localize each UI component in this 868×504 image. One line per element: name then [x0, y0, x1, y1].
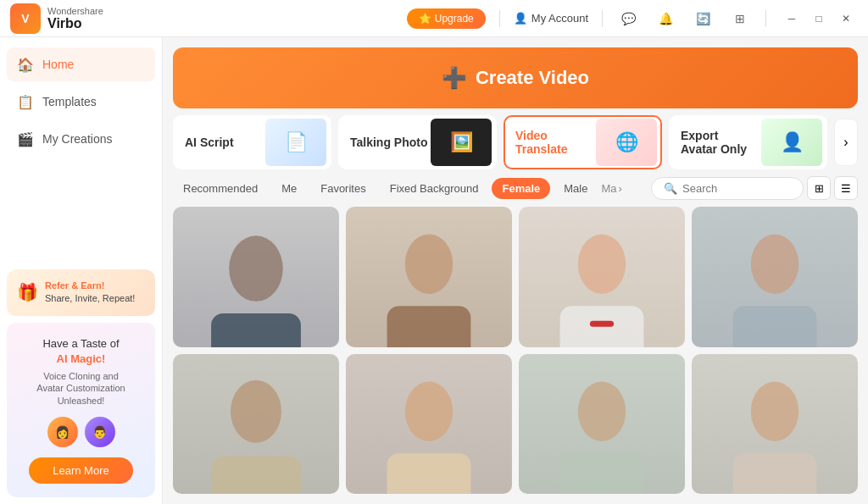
filter-fixed-background[interactable]: Fixed Background [380, 178, 489, 199]
ai-magic-label: AI Magic! [57, 352, 106, 365]
avatar-card-harper[interactable]: Harper-Promotion [692, 207, 858, 347]
create-video-banner[interactable]: ➕ Create Video [173, 47, 858, 108]
svg-point-11 [405, 381, 453, 441]
ai-script-thumbnail: 📄 [265, 119, 326, 166]
filter-favorites[interactable]: Favorites [310, 178, 376, 199]
avatar-image-5 [173, 354, 339, 495]
avatar-card-8[interactable] [692, 354, 858, 495]
my-account-button[interactable]: 👤 My Account [514, 12, 588, 25]
svg-point-0 [229, 235, 283, 302]
ai-script-label: AI Script [185, 136, 234, 149]
promo-ai-subtitle: Voice Cloning andAvatar Customization Un… [20, 370, 142, 407]
user-icon: 👤 [514, 12, 527, 25]
avatar-image-8 [692, 354, 858, 495]
templates-icon: 📋 [17, 93, 34, 110]
filter-view-icons: ⊞ ☰ [807, 176, 858, 200]
export-avatar-thumbnail: 👤 [761, 119, 822, 166]
sidebar-item-my-creations[interactable]: 🎬 My Creations [7, 122, 155, 156]
promo-avatar-1: 👩 [47, 417, 78, 447]
sidebar-nav: 🏠 Home 📋 Templates 🎬 My Creations [0, 37, 162, 263]
learn-more-button[interactable]: Learn More [29, 457, 132, 484]
avatar-card-brandt[interactable]: Brandt-Casual [173, 207, 339, 347]
export-avatar-thumb: 👤 [758, 117, 826, 168]
person-svg-elena [354, 229, 504, 346]
talking-photo-thumbnail: 🖼️ [431, 119, 492, 166]
app-branding: V Wondershare Virbo [10, 3, 103, 34]
maximize-button[interactable]: □ [807, 7, 831, 30]
video-translate-thumb: 🌐 [593, 117, 660, 168]
refer-subtitle: Share, Invite, Repeat! [45, 293, 135, 303]
sidebar-item-templates[interactable]: 📋 Templates [7, 85, 155, 119]
avatar-card-ruby[interactable]: Ruby-Games [519, 207, 685, 347]
bell-icon[interactable]: 🔔 [654, 7, 677, 30]
view-grid-button[interactable]: ⊞ [807, 176, 831, 200]
search-input[interactable] [682, 182, 791, 195]
sidebar-item-home[interactable]: 🏠 Home [7, 47, 155, 81]
svg-point-9 [231, 379, 281, 442]
video-translate-label: VideoTranslate [515, 129, 567, 156]
avatar-card-7[interactable] [519, 354, 685, 495]
main-layout: 🏠 Home 📋 Templates 🎬 My Creations 🎁 Refe… [0, 37, 868, 504]
svg-rect-3 [387, 306, 471, 346]
svg-rect-8 [733, 306, 817, 346]
close-button[interactable]: ✕ [834, 7, 858, 30]
filter-me[interactable]: Me [271, 178, 307, 199]
refresh-icon[interactable]: 🔄 [691, 7, 715, 30]
minimize-button[interactable]: ─ [780, 7, 804, 30]
app-product-label: Virbo [47, 16, 103, 31]
feature-tab-video-translate[interactable]: VideoTranslate 🌐 [504, 115, 662, 169]
create-icon: ➕ [442, 66, 467, 90]
feature-tab-ai-script[interactable]: AI Script 📄 [173, 115, 331, 169]
svg-point-13 [578, 381, 626, 441]
filter-female[interactable]: Female [492, 178, 550, 199]
avatar-image-6 [346, 354, 512, 495]
promo-ai-avatars: 👩 👨 [20, 417, 142, 447]
feature-tab-export-avatar[interactable]: ExportAvatar Only 👤 [669, 115, 827, 169]
svg-rect-14 [560, 453, 644, 494]
person-svg-7 [527, 376, 676, 494]
avatar-image-harper [692, 207, 858, 347]
feature-tab-talking-photo[interactable]: Talking Photo 🖼️ [338, 115, 497, 169]
svg-point-2 [405, 235, 453, 295]
svg-rect-16 [733, 453, 817, 494]
svg-rect-12 [387, 453, 471, 494]
main-content: ➕ Create Video AI Script 📄 Talking Photo… [163, 37, 868, 504]
titlebar-actions: ⭐ Upgrade 👤 My Account 💬 🔔 🔄 ⊞ ─ □ ✕ [407, 7, 858, 30]
view-list-button[interactable]: ☰ [834, 176, 858, 200]
avatar-card-elena[interactable]: Elena-Professional [346, 207, 512, 347]
ai-script-thumb: 📄 [262, 117, 330, 168]
my-account-label: My Account [531, 12, 588, 25]
sidebar: 🏠 Home 📋 Templates 🎬 My Creations 🎁 Refe… [0, 37, 163, 504]
search-box[interactable]: 🔍 [651, 177, 804, 200]
window-controls: ─ □ ✕ [780, 7, 858, 30]
feature-tabs: AI Script 📄 Talking Photo 🖼️ VideoTransl… [163, 115, 868, 176]
app-logo: V [10, 3, 41, 34]
home-icon: 🏠 [17, 56, 34, 73]
grid-icon[interactable]: ⊞ [728, 7, 752, 30]
filter-recommended[interactable]: Recommended [173, 178, 268, 199]
svg-point-4 [578, 235, 626, 295]
filter-male[interactable]: Male [554, 178, 598, 199]
promo-refer[interactable]: 🎁 Refer & Earn! Share, Invite, Repeat! [7, 269, 155, 316]
svg-rect-10 [211, 456, 301, 494]
filter-more[interactable]: Ma › [601, 182, 621, 195]
avatar-image-7 [519, 354, 685, 495]
separator [499, 10, 500, 27]
create-banner-label: Create Video [476, 67, 589, 89]
feature-tabs-next-button[interactable]: › [834, 119, 858, 166]
upgrade-button[interactable]: ⭐ Upgrade [407, 8, 485, 29]
avatar-image-brandt [173, 207, 339, 347]
avatar-image-elena [346, 207, 512, 347]
chat-icon[interactable]: 💬 [616, 7, 640, 30]
sidebar-home-label: Home [42, 58, 74, 71]
avatar-grid: Brandt-Casual Elena-Professional [163, 207, 868, 504]
avatar-card-5[interactable] [173, 354, 339, 495]
promo-avatar-2: 👨 [85, 417, 115, 447]
promo-refer-text: Refer & Earn! Share, Invite, Repeat! [45, 280, 135, 306]
avatar-card-6[interactable] [346, 354, 512, 495]
refer-earn-label: Refer & Earn! [45, 280, 104, 291]
sidebar-templates-label: Templates [42, 95, 97, 108]
person-svg-harper [700, 229, 849, 346]
promo-ai-title: Have a Taste of AI Magic! [20, 336, 142, 367]
person-svg-8 [700, 376, 849, 494]
